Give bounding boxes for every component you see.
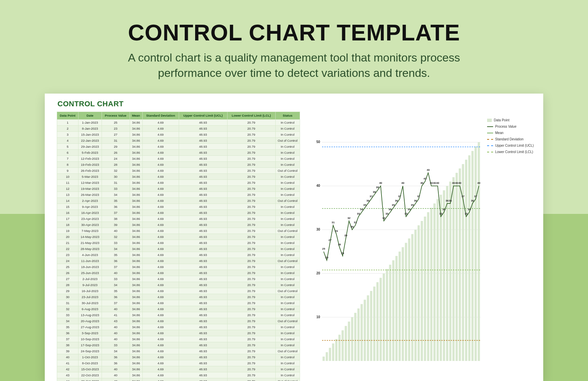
svg-rect-27 [377, 282, 379, 361]
cell: 42 [57, 366, 79, 372]
table-row: 197-May-20234034.864.6948.9320.79Out of … [57, 228, 300, 234]
svg-text:37: 37 [461, 195, 464, 198]
svg-text:36: 36 [471, 199, 474, 202]
svg-text:31: 31 [332, 221, 335, 224]
cell: 34 [102, 192, 130, 198]
column-header: Mean [130, 112, 142, 120]
cell: 20.79 [227, 156, 275, 162]
cell: In Control [275, 300, 300, 306]
cell: 20.79 [227, 258, 275, 264]
cell: 48.93 [179, 342, 227, 348]
cell: 48.93 [179, 138, 227, 144]
cell: In Control [275, 330, 300, 336]
cell: 48.93 [179, 312, 227, 318]
cell: 26-Mar-2023 [78, 192, 102, 198]
cell: In Control [275, 180, 300, 186]
svg-rect-12 [329, 348, 331, 361]
cell: 34 [57, 318, 79, 324]
column-header: Date [78, 112, 102, 120]
cell: 4.69 [142, 246, 179, 252]
cell: In Control [275, 354, 300, 360]
cell: 15 [57, 204, 79, 210]
cell: 3 [57, 132, 79, 138]
cell: 35 [102, 288, 130, 294]
svg-text:36: 36 [446, 199, 449, 202]
cell: 20.79 [227, 144, 275, 150]
cell: 48.93 [179, 246, 227, 252]
cell: 20.79 [227, 138, 275, 144]
legend-label: Lower Control Limit (LCL) [495, 149, 533, 155]
svg-text:41: 41 [424, 177, 427, 180]
cell: 31 [102, 138, 130, 144]
table-row: 422-Jan-20233134.864.6948.9320.79Out of … [57, 138, 300, 144]
svg-rect-48 [443, 190, 445, 361]
svg-text:40: 40 [455, 181, 458, 184]
cell: 4.69 [142, 264, 179, 270]
cell: 4.69 [142, 228, 179, 234]
cell: 34.86 [130, 204, 142, 210]
svg-rect-56 [468, 155, 471, 361]
cell: 40 [102, 366, 130, 372]
cell: 48.93 [179, 294, 227, 300]
cell: 34.86 [130, 282, 142, 288]
cell: 48.93 [179, 348, 227, 354]
svg-text:37: 37 [417, 195, 420, 198]
cell: 34.86 [130, 324, 142, 330]
cell: 48.93 [179, 186, 227, 192]
svg-rect-26 [373, 286, 376, 361]
svg-text:40: 40 [420, 181, 423, 184]
table-row: 3420-Aug-20234334.864.6948.9320.79Out of… [57, 318, 300, 324]
cell: 2-Jul-2023 [78, 276, 102, 282]
cell: 34.86 [130, 162, 142, 168]
cell: 18-Jun-2023 [78, 264, 102, 270]
cell: 34.86 [130, 258, 142, 264]
cell: In Control [275, 186, 300, 192]
cell: 48.93 [179, 324, 227, 330]
svg-rect-33 [395, 256, 398, 361]
cell: 34.86 [130, 156, 142, 162]
cell: 5 [57, 144, 79, 150]
svg-rect-22 [360, 304, 363, 361]
svg-rect-34 [399, 252, 401, 361]
svg-rect-17 [345, 326, 347, 361]
column-header: Status [275, 112, 300, 120]
cell: 48.93 [179, 378, 227, 381]
cell: 34.86 [130, 150, 142, 156]
cell: 48.93 [179, 216, 227, 222]
cell: 9-Apr-2023 [78, 204, 102, 210]
cell: 20.79 [227, 276, 275, 282]
svg-text:30: 30 [316, 228, 320, 231]
column-header: Data Point [57, 112, 79, 120]
svg-text:35: 35 [411, 204, 414, 207]
cell: 30 [57, 294, 79, 300]
cell: 21-May-2023 [78, 240, 102, 246]
cell: 15-Oct-2023 [78, 366, 102, 372]
cell: 48.93 [179, 258, 227, 264]
svg-rect-54 [462, 164, 464, 361]
cell: 4.69 [142, 144, 179, 150]
cell: 32 [102, 234, 130, 240]
cell: 34.86 [130, 252, 142, 258]
cell: 4.69 [142, 210, 179, 216]
cell: 36 [102, 258, 130, 264]
cell: 34.86 [130, 330, 142, 336]
column-header: Process Value [102, 112, 130, 120]
cell: 34.86 [130, 216, 142, 222]
page-subtitle: A control chart is a quality management … [0, 50, 588, 81]
cell: 36 [102, 294, 130, 300]
legend-label: Mean [495, 130, 503, 136]
svg-text:31: 31 [354, 221, 357, 224]
cell: 4.69 [142, 336, 179, 342]
cell: 4.69 [142, 132, 179, 138]
cell: In Control [275, 324, 300, 330]
table-row: 4429-Oct-20234034.864.6948.9320.79Out of… [57, 378, 300, 381]
cell: 34.86 [130, 354, 142, 360]
cell: 4.69 [142, 354, 179, 360]
cell: In Control [275, 162, 300, 168]
cell: 37 [102, 300, 130, 306]
cell: 43 [102, 318, 130, 324]
svg-rect-47 [440, 195, 442, 361]
svg-rect-42 [424, 217, 426, 361]
cell: 4.69 [142, 156, 179, 162]
cell: 10 [57, 174, 79, 180]
